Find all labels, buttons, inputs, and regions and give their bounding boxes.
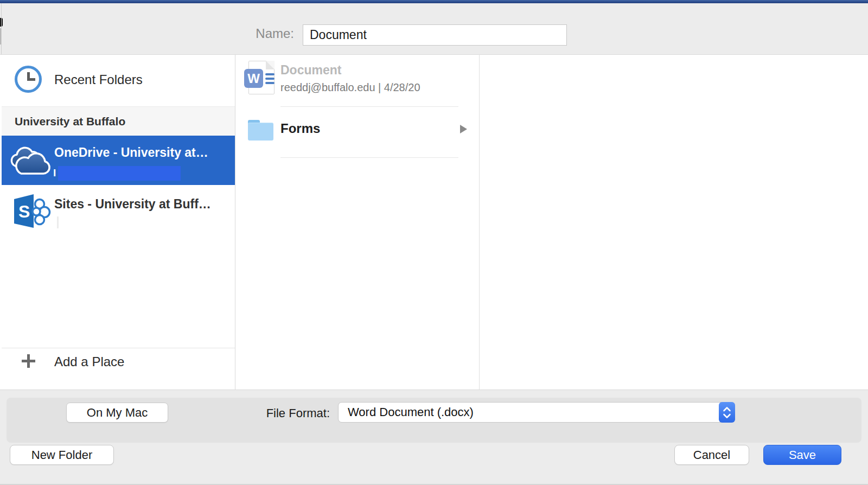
chevron-right-icon[interactable] — [460, 125, 467, 133]
file-format-label: File Format: — [235, 406, 330, 420]
sidebar-item-recent-folders[interactable]: Recent Folders — [54, 72, 143, 87]
sidebar-divider — [235, 54, 235, 390]
plus-icon — [21, 353, 36, 368]
folder-item-forms[interactable]: Forms — [280, 121, 320, 136]
doc-text-line — [265, 82, 275, 84]
filename-input[interactable] — [303, 24, 567, 46]
add-a-place-button[interactable]: Add a Place — [54, 354, 124, 369]
file-format-value: Word Document (.docx) — [348, 403, 474, 422]
sidebar-item-onedrive-subtext: I — [53, 167, 56, 179]
stepper-icon[interactable] — [719, 402, 735, 423]
sidebar-section-label: University at Buffalo — [15, 115, 125, 128]
doc-text-line — [265, 73, 275, 75]
name-label: Name: — [233, 26, 294, 41]
doc-text-line — [265, 78, 275, 80]
sharepoint-icon: S — [12, 193, 53, 229]
divider — [280, 106, 458, 107]
save-button[interactable]: Save — [763, 445, 841, 465]
clock-hand — [27, 78, 35, 81]
file-item-subtitle: reeddj@buffalo.edu | 4/28/20 — [280, 81, 420, 94]
cancel-button[interactable]: Cancel — [674, 445, 749, 465]
file-item-title: Document — [280, 63, 341, 78]
sidebar-item-sites-label[interactable]: Sites - University at Buff… — [54, 197, 211, 212]
redaction-bar — [58, 166, 181, 181]
new-folder-button[interactable]: New Folder — [10, 445, 114, 465]
folder-icon — [248, 123, 273, 141]
sites-redacted-subtext — [57, 216, 59, 228]
file-format-select[interactable]: Word Document (.docx) — [338, 402, 735, 423]
onedrive-icon — [8, 142, 53, 178]
page-fold — [266, 61, 275, 69]
on-my-mac-button[interactable]: On My Mac — [66, 403, 168, 423]
divider — [280, 157, 458, 158]
word-logo-icon: W — [244, 69, 263, 88]
sidebar-section-header: University at Buffalo — [2, 106, 235, 136]
divider — [2, 348, 235, 348]
clock-icon — [15, 66, 42, 93]
sidebar-item-onedrive-label[interactable]: OneDrive - University at… — [54, 145, 208, 160]
svg-text:S: S — [18, 202, 30, 221]
column-divider — [479, 54, 480, 390]
